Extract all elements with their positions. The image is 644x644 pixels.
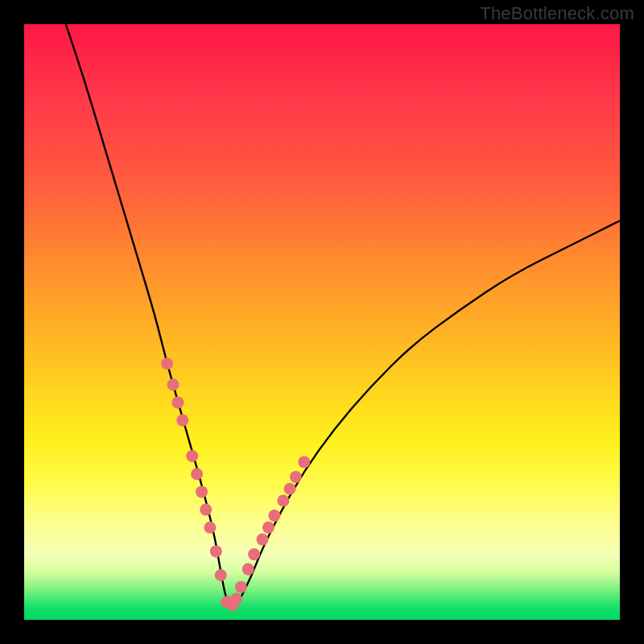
sample-dot xyxy=(248,548,260,560)
sample-dot xyxy=(268,510,280,522)
bottleneck-curve xyxy=(66,24,620,606)
sample-dot xyxy=(262,522,275,534)
sample-dot xyxy=(191,468,203,480)
chart-container: TheBottleneck.com xyxy=(0,0,644,644)
sample-dot xyxy=(167,378,180,390)
sample-dot xyxy=(210,545,222,557)
sample-dot xyxy=(290,471,302,483)
sample-dot xyxy=(171,396,184,408)
curve-svg xyxy=(24,24,620,620)
sample-dot xyxy=(235,581,247,593)
sample-dot xyxy=(257,534,269,546)
sample-dot xyxy=(284,483,296,495)
sample-dot xyxy=(200,504,212,516)
sample-dot xyxy=(215,569,227,581)
sample-dot xyxy=(186,450,198,462)
sample-dot xyxy=(196,485,208,497)
plot-area xyxy=(24,24,620,620)
sample-dot xyxy=(176,415,188,427)
sample-dot xyxy=(242,564,254,576)
sample-dot xyxy=(277,495,289,507)
sample-dot xyxy=(204,522,216,534)
sample-dot xyxy=(298,456,310,468)
watermark-text: TheBottleneck.com xyxy=(480,3,634,24)
sample-dot xyxy=(230,593,242,605)
sample-dot xyxy=(161,357,173,369)
sample-dots xyxy=(161,357,310,611)
